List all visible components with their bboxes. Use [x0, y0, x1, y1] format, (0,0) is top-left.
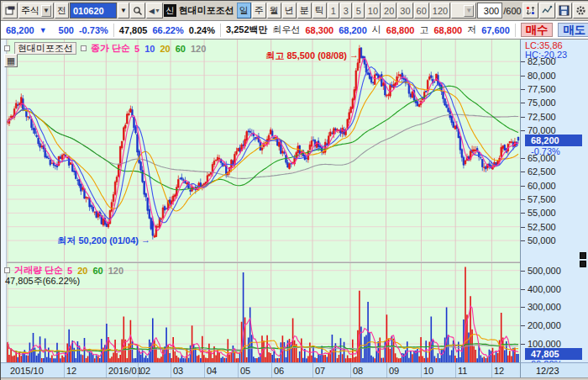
- x-axis-tick-line: [204, 363, 205, 378]
- gear-icon: [575, 5, 586, 16]
- ma-periods: 5102060120: [134, 44, 206, 54]
- minute-button-20[interactable]: 20: [381, 3, 396, 18]
- bar-total-label: /600: [503, 6, 521, 16]
- x-axis-label: 08: [353, 366, 363, 376]
- ma-period-10: 10: [144, 44, 155, 54]
- period-tab-틱[interactable]: 틱: [312, 3, 327, 18]
- minute-button-30[interactable]: 30: [397, 3, 412, 18]
- axis-tick: 60,000: [521, 181, 556, 191]
- x-axis-tick-line: [271, 363, 272, 378]
- legend-marker-icon[interactable]: [81, 45, 87, 51]
- legend-symbol[interactable]: 현대미포조선: [14, 42, 76, 55]
- code-dropdown-button[interactable]: ▼: [118, 3, 129, 18]
- stock-code-input[interactable]: 010620: [70, 3, 117, 18]
- period-tab-분[interactable]: 분: [297, 3, 312, 18]
- volume-ma-period-5: 5: [67, 266, 72, 276]
- price-chart[interactable]: [1, 40, 520, 261]
- volume-ma-periods: 52060120: [67, 266, 123, 276]
- chevron-down-icon: ▼: [155, 8, 160, 13]
- legend-marker-icon[interactable]: [4, 267, 10, 273]
- ma-period-60: 60: [176, 44, 186, 54]
- current-volume-box: 47,805: [525, 348, 582, 360]
- left-triangle-icon: ◀: [149, 7, 155, 15]
- x-axis-label: 04: [207, 366, 217, 376]
- x-axis-tick-line: [350, 363, 351, 378]
- save-button[interactable]: [556, 3, 572, 18]
- minute-button-60[interactable]: 60: [414, 3, 429, 18]
- ma-period-5: 5: [134, 44, 139, 54]
- sell-button[interactable]: 매도: [558, 23, 588, 37]
- volume-ratio: 66.22%: [152, 25, 183, 35]
- legend-marker-icon[interactable]: [4, 45, 10, 51]
- axis-tick: 70,000: [521, 125, 556, 135]
- divider: [515, 24, 516, 37]
- window-select-button[interactable]: [3, 3, 18, 18]
- compare-chart-button[interactable]: [522, 3, 538, 18]
- x-axis-label: 12: [494, 366, 504, 376]
- period-tab-주[interactable]: 주: [252, 3, 266, 18]
- chart-window: 주식▼ 전 010620 ▼ ◀▼ 신 현대미포조선 일주월년분틱 135102…: [0, 0, 588, 380]
- pane-expand-button[interactable]: [580, 261, 586, 267]
- volume-ma-period-20: 20: [77, 266, 87, 276]
- minute-button-1[interactable]: 1: [328, 3, 339, 18]
- save-icon: [559, 5, 570, 16]
- ma-period-20: 20: [160, 44, 170, 54]
- x-axis-label: 02: [140, 366, 150, 376]
- x-axis-label: 05: [240, 366, 250, 376]
- x-axis-tick-line: [106, 363, 107, 378]
- x-axis-tick-line: [386, 363, 387, 378]
- ma-legend-label: 종가 단순: [91, 42, 130, 55]
- right-axis[interactable]: LC:35,86 HC:-20,23 68,200 -0.73% 47,805 …: [520, 40, 588, 362]
- x-axis-label: 2016/01: [108, 366, 142, 376]
- grid-toggle-button[interactable]: ▦: [4, 54, 18, 67]
- x-axis-label: 10: [423, 366, 433, 376]
- x-axis-label: 06: [274, 366, 284, 376]
- stock-type-select[interactable]: 주식▼: [18, 3, 54, 18]
- x-axis-tick-line: [238, 363, 239, 378]
- x-axis-tick-line: [455, 363, 456, 378]
- axis-tick: 75,000: [521, 98, 556, 108]
- period-tab-일[interactable]: 일: [237, 3, 251, 18]
- search-button[interactable]: [130, 3, 145, 18]
- minute-button-3[interactable]: 3: [340, 3, 352, 18]
- x-axis-tick-line: [138, 363, 139, 378]
- chevron-down-icon: ▼: [120, 7, 127, 14]
- minute-button-5[interactable]: 5: [353, 3, 365, 18]
- window-icon: [5, 6, 15, 16]
- high-label: 고: [419, 24, 428, 36]
- best-bid: 68,200: [339, 25, 367, 35]
- right-arrow-icon: →: [141, 235, 150, 247]
- volume-pane[interactable]: 거래량 단순 52060120 47,805주(66.22%): [1, 263, 520, 362]
- axis-tick: 80,000: [521, 71, 556, 81]
- period-tab-년[interactable]: 년: [282, 3, 297, 18]
- chevron-down-icon: ▼: [464, 5, 474, 17]
- trade-amount: 3,252백만: [226, 24, 268, 36]
- period-tab-월[interactable]: 월: [267, 3, 281, 18]
- axis-tick: 77,500: [521, 84, 556, 94]
- price-pane[interactable]: 현대미포조선 종가 단순 5102060120 ▦ 최고 85,500 (08/…: [1, 40, 520, 261]
- prev-toggle-button[interactable]: 전: [55, 3, 69, 18]
- interval-select[interactable]: ▼: [451, 3, 476, 18]
- axis-date-cell: 12/23: [520, 362, 588, 377]
- minute-button-10[interactable]: 10: [365, 3, 381, 18]
- x-axis-label: 09: [389, 366, 399, 376]
- x-axis-tick-line: [171, 363, 171, 378]
- minute-button-120[interactable]: 120: [430, 3, 450, 18]
- x-axis-label: 11: [458, 366, 467, 376]
- x-axis[interactable]: 2015/10122016/010203040506070809101112: [1, 362, 520, 377]
- prev-stock-button[interactable]: ◀▼: [146, 3, 163, 18]
- divider: [113, 24, 114, 37]
- high-price: 68,800: [433, 25, 462, 35]
- settings-button[interactable]: [573, 3, 588, 18]
- open-label: 시: [372, 24, 381, 36]
- stock-type-label: 주식: [21, 4, 39, 17]
- price-change: 500: [59, 25, 74, 35]
- pane-collapse-button[interactable]: [580, 252, 586, 259]
- axis-tick: 72,500: [521, 112, 556, 122]
- buy-button[interactable]: 매수: [521, 23, 554, 37]
- open-price: 68,800: [386, 25, 415, 35]
- trendline-button[interactable]: [539, 3, 555, 18]
- bar-count-input[interactable]: 300: [477, 3, 502, 18]
- x-axis-label: 2015/10: [10, 366, 44, 376]
- axis-tick: 50,000: [521, 235, 556, 245]
